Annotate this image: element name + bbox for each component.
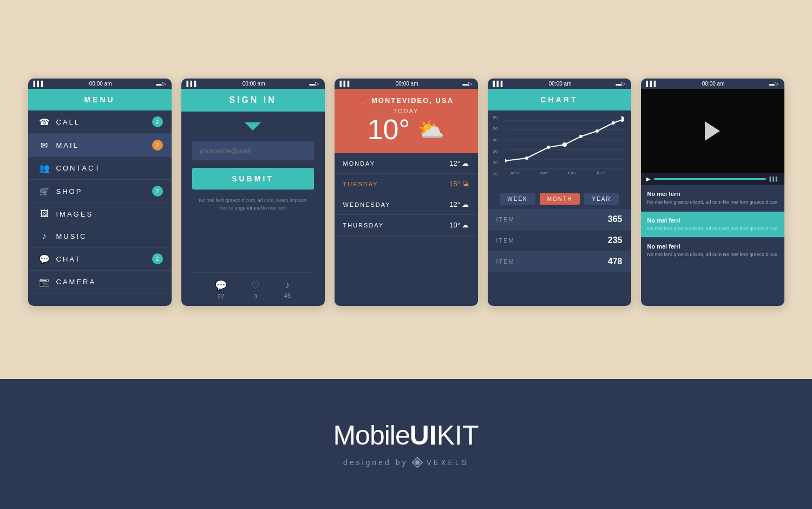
video-item-1[interactable]: No mei ferri No mei ferri graeco dicunt,…	[641, 185, 784, 212]
call-label: CALL	[56, 118, 152, 126]
svg-point-11	[595, 129, 599, 133]
play-button[interactable]	[705, 121, 720, 141]
menu-item-music[interactable]: ♪ MUSIC	[28, 225, 172, 247]
day-label: TUESDAY	[343, 181, 378, 187]
day-label: THURSDAY	[343, 222, 384, 229]
svg-point-10	[579, 135, 582, 138]
footer-like: ♡ 3	[251, 279, 260, 299]
weather-monday: MONDAY 12° ☁	[335, 153, 478, 174]
battery-icon: ▬▷	[156, 81, 166, 87]
svg-point-8	[547, 146, 550, 149]
footer-music: ♪ 45	[284, 279, 291, 299]
mail-icon: ✉	[37, 140, 52, 151]
temp-display: 12° ☁	[449, 159, 469, 167]
svg-marker-20	[414, 460, 420, 466]
brand-tagline: designed by vexels	[343, 456, 469, 468]
item-label-1: ITEM	[496, 216, 515, 223]
menu-item-camera[interactable]: 📷 CAMERA	[28, 271, 172, 293]
menu-header: MENU	[28, 89, 172, 110]
contact-icon: 👥	[37, 163, 52, 173]
day-label: WEDNESDAY	[343, 201, 391, 208]
weather-header: 📍 MONTEVIDEO, USA TODAY 10° ⛅	[335, 89, 478, 153]
menu-item-chat[interactable]: 💬 CHAT 2	[28, 247, 172, 271]
chart-y-axis: 60 50 40 30 20 10	[493, 115, 498, 183]
video-player	[641, 89, 784, 173]
menu-item-mail[interactable]: ✉ MAIL 2	[28, 134, 172, 157]
email-input[interactable]	[192, 141, 314, 160]
time-display: 00:00 am	[702, 81, 725, 87]
line-chart-svg: APRIL MAY JUNE JULY	[505, 115, 624, 174]
signal-icon: ▌▌▌	[340, 81, 351, 87]
video-item-3[interactable]: No mei ferri No mei ferri graeco dicunt,…	[641, 238, 784, 264]
brand-logo: Mobile UI KIT	[333, 420, 479, 451]
vexels-diamond-icon	[411, 456, 423, 468]
svg-text:JUNE: JUNE	[567, 171, 578, 174]
y-label-10: 10	[493, 172, 498, 177]
item-value-3: 478	[608, 257, 623, 266]
svg-point-6	[505, 159, 507, 162]
weather-wednesday: WEDNESDAY 12° ☁	[335, 194, 478, 215]
menu-item-contact[interactable]: 👥 CONTACT	[28, 157, 172, 180]
menu-item-call[interactable]: ☎ CALL 2	[28, 110, 172, 134]
y-label-40: 40	[493, 138, 498, 142]
images-icon: 🖼	[37, 209, 52, 219]
svg-point-12	[612, 121, 615, 125]
phone-weather: ▌▌▌ 00:00 am ▬▷ 📍 MONTEVIDEO, USA TODAY …	[335, 79, 478, 306]
item-label-3: ITEM	[496, 258, 515, 265]
battery-icon: ▬▷	[616, 81, 626, 87]
chart-body: 60 50 40 30 20 10	[488, 110, 631, 306]
menu-item-shop[interactable]: 🛒 SHOP 2	[28, 180, 172, 203]
phone-menu: ▌▌▌ 00:00 am ▬▷ MENU ☎ CALL 2 ✉ MAIL 2 👥…	[28, 79, 172, 306]
shop-label: SHOP	[56, 187, 152, 195]
video-title-1: No mei ferri	[647, 191, 778, 197]
chart-item-3: ITEM 478	[488, 251, 631, 272]
brand-kit-text: KIT	[437, 420, 479, 451]
chart-item-1: ITEM 365	[488, 209, 631, 230]
battery-icon: ▬▷	[769, 81, 779, 87]
weather-tuesday: TUESDAY 15° 🌤	[335, 174, 478, 194]
time-display: 00:00 am	[89, 81, 112, 87]
status-bar-3: ▌▌▌ 00:00 am ▬▷	[335, 79, 478, 89]
chart-canvas: 60 50 40 30 20 10	[488, 110, 631, 189]
call-icon: ☎	[37, 117, 52, 127]
temp-display: 10° ☁	[449, 221, 469, 229]
signal-icon: ▌▌▌	[493, 81, 505, 87]
tab-week[interactable]: WEEK	[500, 193, 535, 205]
video-desc-1: No mei ferri graeco dicunt, ad cum No me…	[647, 199, 778, 206]
menu-list: ☎ CALL 2 ✉ MAIL 2 👥 CONTACT 🛒 SHOP 2	[28, 110, 172, 306]
tab-year[interactable]: YEAR	[584, 193, 618, 205]
today-label: TODAY	[340, 108, 473, 114]
video-list: No mei ferri No mei ferri graeco dicunt,…	[641, 185, 784, 306]
svg-point-9	[562, 142, 567, 147]
vexels-text: vexels	[427, 458, 469, 467]
chart-item-2: ITEM 235	[488, 230, 631, 251]
y-label-30: 30	[493, 149, 498, 154]
y-label-60: 60	[493, 115, 498, 120]
weather-thursday: THURSDAY 10° ☁	[335, 215, 478, 236]
video-play-icon[interactable]: ▶	[646, 176, 651, 182]
submit-button[interactable]: SUBMIT	[192, 168, 314, 190]
form-description: No mei ferri graeco dicunt, ad cum, lore…	[192, 197, 314, 212]
temp-display: 15° 🌤	[449, 180, 469, 188]
status-bar-4: ▌▌▌ 00:00 am ▬▷	[488, 79, 631, 89]
weather-cloud-icon: ⛅	[417, 117, 444, 142]
svg-text:JULY: JULY	[596, 171, 605, 174]
item-value-1: 365	[608, 214, 623, 224]
video-item-2[interactable]: No mei ferri No mei ferri graeco dicunt,…	[641, 212, 784, 238]
weather-forecast: MONDAY 12° ☁ TUESDAY 15° 🌤 WEDNESDAY 12°…	[335, 153, 478, 306]
temperature-display: 10° ⛅	[340, 115, 473, 143]
menu-item-images[interactable]: 🖼 IMAGES	[28, 203, 172, 225]
weather-location: 📍 MONTEVIDEO, USA	[340, 96, 473, 105]
video-desc-2: No mei ferri graeco dicunt, ad cum No me…	[647, 225, 778, 232]
video-progress-bar[interactable]	[654, 178, 767, 180]
contact-label: CONTACT	[56, 164, 163, 172]
phone-signin: ▌▌▌ 00:00 am ▬▷ SIGN IN SUBMIT No mei fe…	[181, 79, 325, 306]
signal-icon: ▌▌▌	[646, 81, 658, 87]
brand-ui-text: UI	[410, 420, 437, 451]
footer-chat: 💬 22	[215, 279, 227, 299]
footer-like-count: 3	[254, 293, 257, 299]
video-title-2: No mei ferri	[647, 217, 778, 224]
tab-month[interactable]: MONTH	[540, 193, 580, 205]
battery-icon: ▬▷	[463, 81, 473, 87]
triangle-decoration	[245, 122, 261, 130]
